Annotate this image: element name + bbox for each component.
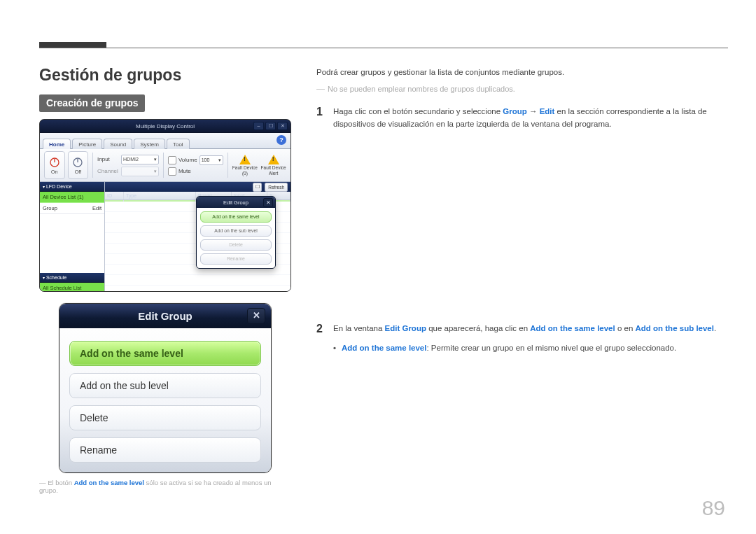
sidebar-item-all-devices[interactable]: All Device List (1) xyxy=(40,192,104,203)
screenshot-mdc-window: Multiple Display Control – ☐ ✕ Home Pict… xyxy=(39,119,291,292)
help-icon[interactable]: ? xyxy=(276,135,286,145)
step-number: 2 xyxy=(316,322,326,335)
add-same-level-button[interactable]: Add on the same level xyxy=(200,211,272,223)
tab-system[interactable]: System xyxy=(134,139,165,149)
edit-group-dialog-small: Edit Group ✕ Add on the same level Add o… xyxy=(196,196,276,269)
sidebar-group-label: Group xyxy=(43,205,57,211)
toolbar-divider xyxy=(163,153,164,178)
intro-text: Podrá crear grupos y gestionar la lista … xyxy=(316,66,728,78)
dialog-titlebar: Edit Group ✕ xyxy=(59,304,271,328)
input-select[interactable]: HDMI2▾ xyxy=(121,155,159,164)
add-sub-level-button[interactable]: Add on the sub level xyxy=(69,373,261,398)
fault-device-count[interactable]: Fault Device(0) xyxy=(232,155,258,175)
chevron-down-icon: ▾ xyxy=(154,169,157,174)
refresh-button[interactable]: Refresh xyxy=(265,183,288,192)
mdc-titlebar: Multiple Display Control – ☐ ✕ xyxy=(40,120,290,133)
select-all-checkbox[interactable]: ☐ xyxy=(253,183,262,192)
mdc-window-title: Multiple Display Control xyxy=(136,123,195,129)
channel-label: Channel xyxy=(97,168,118,174)
maximize-icon[interactable]: ☐ xyxy=(265,122,276,130)
footnote: ― El botón Add on the same level sólo se… xyxy=(39,479,291,494)
chevron-down-icon: ▾ xyxy=(43,276,45,280)
close-icon[interactable]: ✕ xyxy=(263,198,273,207)
volume-checkbox[interactable] xyxy=(168,156,176,164)
step-body: En la ventana Edit Group que aparecerá, … xyxy=(333,322,728,335)
add-sub-level-button[interactable]: Add on the sub level xyxy=(200,225,272,237)
dialog-titlebar: Edit Group ✕ xyxy=(197,197,275,208)
sidebar-header-schedule[interactable]: ▾ Schedule xyxy=(40,273,104,283)
mute-checkbox[interactable] xyxy=(168,167,176,176)
page-number: 89 xyxy=(702,496,725,520)
rename-button[interactable]: Rename xyxy=(200,253,272,265)
input-label: Input xyxy=(97,156,118,162)
step-1: 1 Haga clic con el botón secundario y se… xyxy=(316,105,728,131)
tab-home[interactable]: Home xyxy=(43,139,71,149)
step-2: 2 En la ventana Edit Group que aparecerá… xyxy=(316,322,728,335)
power-off-button[interactable]: Off xyxy=(68,151,89,179)
mdc-sidebar: ▾ LFD Device All Device List (1) Group E… xyxy=(40,182,105,292)
header-rule xyxy=(39,48,728,48)
mute-label: Mute xyxy=(178,168,191,174)
channel-select[interactable]: ▾ xyxy=(121,167,159,176)
section-heading: Creación de grupos xyxy=(39,94,145,112)
mdc-main: ☐ Refresh ID Type Power Input S 1 xyxy=(105,182,290,292)
power-off-label: Off xyxy=(75,169,81,174)
note-text: ―No se pueden emplear nombres de grupos … xyxy=(316,83,728,96)
dialog-title: Edit Group xyxy=(223,199,248,206)
mdc-toolbar: On Off Input HDMI2▾ Channel ▾ xyxy=(40,149,290,182)
bullet-add-same-level: • Add on the same level: Permite crear u… xyxy=(333,342,728,354)
dialog-title: Edit Group xyxy=(138,310,192,322)
close-icon[interactable]: ✕ xyxy=(277,122,288,130)
close-icon[interactable]: ✕ xyxy=(247,308,265,324)
chevron-down-icon: ▾ xyxy=(218,157,221,163)
header-accent-bar xyxy=(39,42,106,48)
chevron-down-icon: ▾ xyxy=(154,157,157,162)
sidebar-header-lfd[interactable]: ▾ LFD Device xyxy=(40,182,104,192)
delete-button[interactable]: Delete xyxy=(200,239,272,251)
minimize-icon[interactable]: – xyxy=(253,122,264,130)
page-title: Gestión de grupos xyxy=(39,66,291,85)
volume-value[interactable]: 100▾ xyxy=(200,155,223,165)
fault-device-alert[interactable]: Fault DeviceAlert xyxy=(260,155,286,175)
edit-group-dialog-large: Edit Group ✕ Add on the same level Add o… xyxy=(59,303,272,473)
volume-label: Volume xyxy=(178,157,197,163)
tab-tool[interactable]: Tool xyxy=(167,139,190,149)
rename-button[interactable]: Rename xyxy=(69,437,261,463)
tab-picture[interactable]: Picture xyxy=(72,139,102,149)
sidebar-item-group[interactable]: Group Edit xyxy=(40,203,104,214)
toolbar-divider xyxy=(92,153,93,178)
th-id[interactable]: ID xyxy=(105,192,124,199)
sidebar-edit-link[interactable]: Edit xyxy=(92,205,102,211)
step-number: 1 xyxy=(316,105,326,131)
add-same-level-button[interactable]: Add on the same level xyxy=(69,341,261,366)
chevron-down-icon: ▾ xyxy=(43,185,45,189)
tab-sound[interactable]: Sound xyxy=(104,139,132,149)
sidebar-item-all-schedule[interactable]: All Schedule List xyxy=(40,283,104,292)
bullet-icon: • xyxy=(333,342,336,354)
step-body: Haga clic con el botón secundario y sele… xyxy=(333,105,728,131)
power-on-label: On xyxy=(51,169,57,174)
toolbar-divider xyxy=(227,153,228,178)
delete-button[interactable]: Delete xyxy=(69,405,261,430)
power-on-button[interactable]: On xyxy=(44,151,65,179)
warning-icon xyxy=(239,155,251,164)
mdc-tabstrip: Home Picture Sound System Tool ? xyxy=(40,133,290,149)
th-type[interactable]: Type xyxy=(124,192,196,199)
warning-icon xyxy=(268,155,279,164)
